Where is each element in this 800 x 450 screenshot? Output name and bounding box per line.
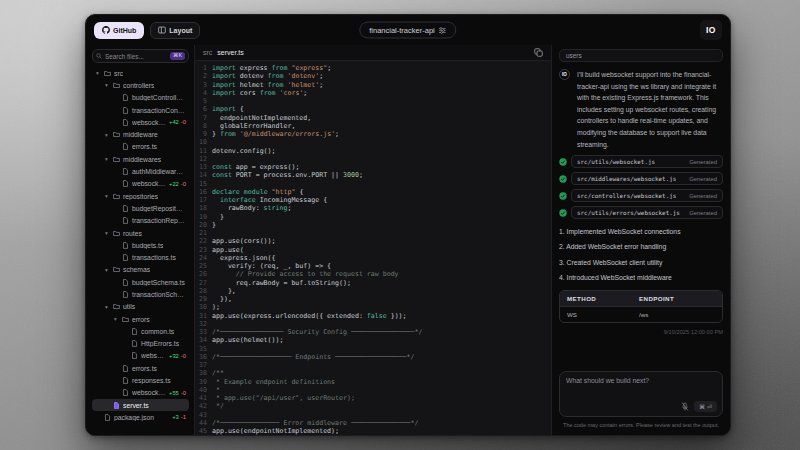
tree-item-responses.ts[interactable]: responses.ts [92, 374, 189, 386]
file-icon [122, 242, 129, 249]
line-number: 34 [195, 336, 212, 344]
file-icon [122, 389, 129, 396]
line-number: 42 [195, 402, 212, 410]
tab-users-label: users [566, 52, 582, 59]
file-path: src/utils/websocket.js [577, 159, 655, 165]
file-icon [131, 352, 138, 359]
file-icon [122, 119, 129, 126]
assistant-avatar: IO [559, 69, 570, 80]
file-icon [122, 217, 129, 224]
github-button[interactable]: GitHub [94, 22, 144, 39]
tree-item-budgetSchema.ts[interactable]: budgetSchema.ts [92, 276, 189, 288]
send-button[interactable]: ⌘ ⏎ [694, 401, 717, 412]
tree-item-authMiddleware.ts[interactable]: authMiddleware.ts [92, 165, 189, 177]
layout-button[interactable]: Layout [150, 22, 200, 39]
chat-input[interactable]: What should we build next? ⌘ ⏎ [559, 371, 723, 417]
tree-item-routes[interactable]: ▾routes [92, 227, 189, 239]
file-icon [113, 402, 120, 409]
tree-item-src[interactable]: ▾src [92, 67, 189, 79]
chevron-down-icon: ▾ [105, 82, 110, 88]
line-number: 12 [195, 155, 212, 163]
tree-item-websocket.js[interactable]: websocket.js+32-0 [92, 350, 189, 362]
line-number: 29 [195, 295, 212, 303]
file-path: src/utils/errors/websocket.js [577, 210, 680, 216]
file-icon [122, 254, 129, 261]
tree-item-middlewares[interactable]: ▾middlewares [92, 153, 189, 165]
tree-item-websocket.js[interactable]: websocket.js+42-0 [92, 116, 189, 128]
tree-item-transactions.ts[interactable]: transactions.ts [92, 251, 189, 263]
layout-icon [158, 26, 166, 34]
tree-item-budgets.ts[interactable]: budgets.ts [92, 239, 189, 251]
line-number: 7 [195, 114, 212, 122]
code-line: 10 [195, 138, 551, 146]
tree-item-utils[interactable]: ▾utils [92, 301, 189, 313]
tree-item-budgetController.ts[interactable]: budgetController.ts [92, 92, 189, 104]
tree-item-transactionController.ts[interactable]: transactionController.ts [92, 104, 189, 116]
generated-file-chip[interactable]: src/utils/errors/websocket.jsGenerated [559, 206, 723, 219]
line-number: 44 [195, 419, 212, 427]
code-line: 37 [195, 361, 551, 369]
line-number: 32 [195, 320, 212, 328]
line-number: 43 [195, 411, 212, 419]
code-line: 5 [195, 97, 551, 105]
folder-icon [113, 156, 120, 163]
chat-messages[interactable]: IO I'll build websocket support into the… [559, 62, 723, 367]
tree-item-budgetRepository.ts[interactable]: budgetRepository.ts [92, 202, 189, 214]
generated-file-chip[interactable]: src/middlewares/websocket.jsGenerated [559, 172, 723, 185]
app-logo[interactable]: IO [700, 20, 722, 40]
tree-item-middleware[interactable]: ▾middleware [92, 128, 189, 140]
code-line: 27 req.rawBody = buf.toString(); [195, 279, 551, 287]
tree-item-errors.ts[interactable]: errors.ts [92, 362, 189, 374]
microphone-mute-icon[interactable] [681, 402, 689, 411]
code-content[interactable]: 1import express from "express";2import d… [195, 61, 551, 435]
code-line: 42 */ [195, 402, 551, 410]
generated-file-chip[interactable]: src/utils/websocket.jsGenerated [559, 155, 723, 168]
tree-item-repositories[interactable]: ▾repositories [92, 190, 189, 202]
tree-item-transactionRepository.ts[interactable]: transactionRepository.ts [92, 215, 189, 227]
tree-item-controllers[interactable]: ▾controllers [92, 79, 189, 91]
search-shortcut-badge: ⌘K [170, 52, 185, 59]
tree-item-websocket.js[interactable]: websocket.js+22-0 [92, 178, 189, 190]
code-line: 39 * Example endpoint definitions [195, 378, 551, 386]
tree-item-schemas[interactable]: ▾schemas [92, 264, 189, 276]
copy-icon[interactable] [534, 48, 543, 57]
tree-item-websocket.js[interactable]: websocket.js+55-0 [92, 387, 189, 399]
tree-item-errors.ts[interactable]: errors.ts [92, 141, 189, 153]
tree-item-common.ts[interactable]: common.ts [92, 325, 189, 337]
code-line: 31app.use(express.urlencoded({ extended:… [195, 312, 551, 320]
project-selector[interactable]: financial-tracker-api [359, 22, 456, 39]
chevron-down-icon: ▾ [96, 70, 101, 76]
main-content: Search files... ⌘K ▾src▾controllersbudge… [86, 45, 730, 435]
table-cell: /ws [632, 306, 722, 322]
chevron-down-icon: ▾ [105, 193, 110, 199]
disclaimer-text: The code may contain errors. Please revi… [559, 420, 723, 430]
line-number: 35 [195, 345, 212, 353]
code-line: 43 [195, 411, 551, 419]
tab-users[interactable]: users [559, 49, 723, 62]
file-icon [122, 180, 129, 187]
tree-item-errors[interactable]: ▾errors [92, 313, 189, 325]
line-number: 9 [195, 130, 212, 138]
line-number: 21 [195, 229, 212, 237]
tree-item-HttpErrors.ts[interactable]: HttpErrors.ts [92, 338, 189, 350]
endpoint-table: METHODENDPOINTWS/ws [559, 290, 723, 323]
code-line: 7 endpointNotImplemented, [195, 114, 551, 122]
breadcrumb-file: server.ts [217, 49, 243, 56]
line-number: 22 [195, 237, 212, 245]
line-number: 23 [195, 246, 212, 254]
generated-file-chip[interactable]: src/controllers/websocket.jsGenerated [559, 189, 723, 202]
code-line: 15 [195, 180, 551, 188]
check-circle-icon [559, 192, 567, 200]
step-item: 3. Created WebSocket client utility [559, 259, 723, 266]
folder-icon [113, 193, 120, 200]
topbar: GitHub Layout financial-tracker-api IO [86, 15, 730, 45]
line-number: 11 [195, 147, 212, 155]
table-header-cell: ENDPOINT [632, 291, 722, 306]
search-files-input[interactable]: Search files... ⌘K [92, 49, 189, 63]
diff-stats: +22-0 [169, 181, 186, 187]
tree-item-server.ts[interactable]: server.ts [92, 399, 189, 411]
app-window: GitHub Layout financial-tracker-api IO S… [85, 14, 731, 436]
tree-item-transactionSchema.ts[interactable]: transactionSchema.ts [92, 288, 189, 300]
line-number: 28 [195, 287, 212, 295]
tree-item-package.json[interactable]: package.json+3-1 [92, 411, 189, 423]
